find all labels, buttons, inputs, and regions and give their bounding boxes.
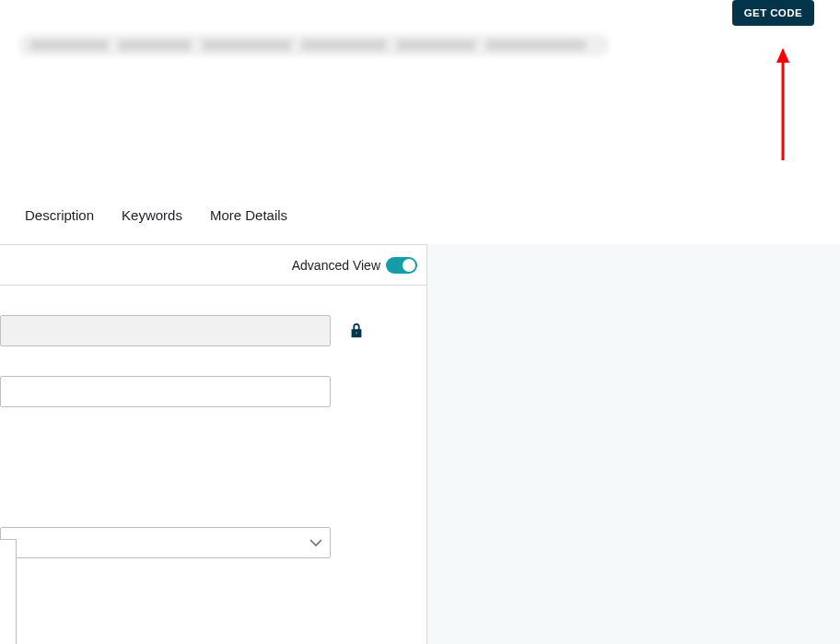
- annotation-arrow-icon: [774, 48, 792, 160]
- advanced-view-label: Advanced View: [292, 258, 380, 273]
- select-input[interactable]: [0, 527, 331, 558]
- tab-keywords[interactable]: Keywords: [122, 207, 182, 223]
- tab-more-details[interactable]: More Details: [210, 207, 287, 223]
- tab-bar: Description Keywords More Details: [25, 207, 287, 223]
- panel-header: Advanced View: [0, 245, 426, 286]
- field-row-text: [0, 376, 415, 407]
- locked-input: [0, 315, 331, 346]
- get-code-button[interactable]: GET CODE: [732, 0, 814, 26]
- tab-description[interactable]: Description: [25, 207, 94, 223]
- svg-marker-1: [776, 48, 789, 63]
- blurred-description-placeholder: [18, 34, 609, 56]
- form-panel: Advanced View: [0, 244, 427, 644]
- select-wrapper[interactable]: [0, 527, 331, 558]
- preview-area: [427, 244, 840, 644]
- panel-body: [0, 315, 426, 558]
- textarea-partial[interactable]: [0, 539, 17, 644]
- svg-point-2: [356, 333, 357, 334]
- text-input-2[interactable]: [0, 376, 331, 407]
- lock-icon: [349, 322, 364, 339]
- field-row-locked: [0, 315, 415, 346]
- advanced-view-toggle[interactable]: [386, 257, 417, 274]
- field-row-select: [0, 527, 415, 558]
- partial-textarea-container: [0, 539, 17, 644]
